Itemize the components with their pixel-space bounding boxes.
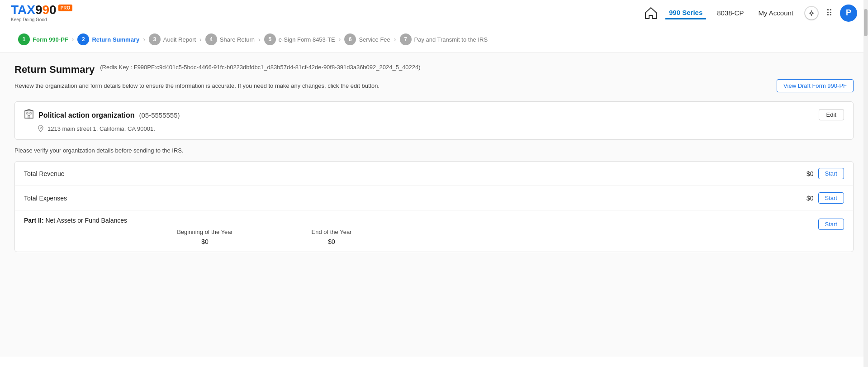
header: TAX990PRO Keep Doing Good 990 Series 803… <box>0 0 868 26</box>
arrow-5: › <box>339 36 341 43</box>
step-1[interactable]: 1 Form 990-PF <box>18 33 68 45</box>
steps-bar: 1 Form 990-PF › 2 Return Summary › 3 Aud… <box>0 26 868 53</box>
arrow-4: › <box>258 36 261 43</box>
end-col: End of the Year $0 <box>286 229 377 245</box>
total-expenses-right: $0 Start <box>800 192 844 204</box>
page-title: Return Summary <box>14 64 95 76</box>
svg-rect-8 <box>28 115 30 118</box>
nav-8038cp[interactable]: 8038-CP <box>713 7 747 19</box>
subtitle-text: Review the organization and form details… <box>14 82 379 89</box>
edit-org-button[interactable]: Edit <box>819 109 844 120</box>
step-1-label: Form 990-PF <box>33 36 68 43</box>
total-revenue-row: Total Revenue $0 Start <box>15 162 853 186</box>
toggle-knob <box>805 7 818 19</box>
logo-tagline: Keep Doing Good <box>11 17 72 22</box>
verify-text: Please verify your organization details … <box>14 147 854 154</box>
step-6-label: Service Fee <box>359 36 390 43</box>
step-3-circle: 3 <box>149 33 161 45</box>
main-content: Return Summary (Redis Key : F990PF:c9d40… <box>0 53 868 357</box>
step-3-label: Audit Report <box>163 36 196 43</box>
end-value: $0 <box>328 238 335 245</box>
org-address: 1213 main street 1, California, CA 90001… <box>47 125 155 132</box>
svg-rect-7 <box>30 113 31 114</box>
step-2-circle: 2 <box>77 33 89 45</box>
net-assets-label: Part II: Net Assets or Fund Balances <box>24 217 127 224</box>
building-icon <box>24 109 34 121</box>
step-5-label: e-Sign Form 8453-TE <box>279 36 335 43</box>
step-2[interactable]: 2 Return Summary <box>77 33 139 45</box>
step-4-circle: 4 <box>205 33 217 45</box>
redis-key: (Redis Key : F990PF:c9d401c5-5bdc-4466-9… <box>100 64 420 71</box>
nav-my-account[interactable]: My Account <box>754 7 797 19</box>
arrow-6: › <box>394 36 396 43</box>
step-2-label: Return Summary <box>92 36 139 43</box>
step-6[interactable]: 6 Service Fee <box>344 33 390 45</box>
theme-toggle[interactable] <box>804 6 819 20</box>
total-expenses-value: $0 <box>800 195 814 202</box>
logo-text: TAX990PRO <box>11 3 72 17</box>
pro-badge: PRO <box>58 5 73 11</box>
logo: TAX990PRO Keep Doing Good <box>11 4 72 22</box>
end-header: End of the Year <box>312 229 352 235</box>
page-title-row: Return Summary (Redis Key : F990PF:c9d40… <box>14 64 854 76</box>
net-assets-content: Part II: Net Assets or Fund Balances Beg… <box>24 217 811 245</box>
svg-rect-5 <box>25 111 33 118</box>
total-revenue-start-button[interactable]: Start <box>818 168 844 179</box>
svg-point-11 <box>40 127 42 129</box>
step-7-circle: 7 <box>400 33 412 45</box>
total-revenue-value: $0 <box>800 170 814 177</box>
subtitle-row: Review the organization and form details… <box>14 79 854 92</box>
org-info: Political action organization (05-555555… <box>24 109 819 132</box>
beginning-header: Beginning of the Year <box>177 229 233 235</box>
svg-rect-6 <box>27 113 28 114</box>
net-assets-row: Part II: Net Assets or Fund Balances Beg… <box>15 210 853 252</box>
location-icon <box>38 125 44 132</box>
step-5[interactable]: 5 e-Sign Form 8453-TE <box>264 33 335 45</box>
scrollbar[interactable] <box>863 0 868 357</box>
view-draft-button[interactable]: View Draft Form 990-PF <box>777 79 854 92</box>
total-expenses-row: Total Expenses $0 Start <box>15 186 853 210</box>
total-revenue-label: Total Revenue <box>24 170 65 177</box>
step-7[interactable]: 7 Pay and Transmit to the IRS <box>400 33 488 45</box>
net-assets-values: Beginning of the Year $0 End of the Year… <box>24 229 811 245</box>
step-4-label: Share Return <box>220 36 255 43</box>
grid-icon[interactable]: ⠿ <box>826 8 833 19</box>
total-expenses-label: Total Expenses <box>24 195 67 202</box>
step-4[interactable]: 4 Share Return <box>205 33 255 45</box>
beginning-col: Beginning of the Year $0 <box>160 229 250 245</box>
nav-990-series[interactable]: 990 Series <box>665 7 706 19</box>
step-3[interactable]: 3 Audit Report <box>149 33 196 45</box>
org-name: Political action organization <box>38 111 134 119</box>
step-1-circle: 1 <box>18 33 30 45</box>
arrow-3: › <box>199 36 202 43</box>
home-button[interactable] <box>644 6 658 20</box>
scrollbar-thumb <box>864 9 868 36</box>
total-revenue-right: $0 Start <box>800 168 844 179</box>
svg-point-4 <box>811 12 813 14</box>
nav-right: 990 Series 8038-CP My Account ⠿ P <box>644 5 857 22</box>
org-card: Political action organization (05-555555… <box>14 101 854 140</box>
net-assets-start-button[interactable]: Start <box>818 219 844 230</box>
arrow-1: › <box>72 36 74 43</box>
total-expenses-start-button[interactable]: Start <box>818 192 844 204</box>
org-ein: (05-5555555) <box>139 111 180 119</box>
financial-table: Total Revenue $0 Start Total Expenses $0… <box>14 161 854 252</box>
beginning-value: $0 <box>201 238 209 245</box>
org-address-row: 1213 main street 1, California, CA 90001… <box>38 125 819 132</box>
org-name-row: Political action organization (05-555555… <box>24 109 819 121</box>
user-avatar[interactable]: P <box>840 5 857 22</box>
net-assets-header: Part II: Net Assets or Fund Balances <box>24 217 811 224</box>
step-6-circle: 6 <box>344 33 356 45</box>
step-5-circle: 5 <box>264 33 276 45</box>
step-7-label: Pay and Transmit to the IRS <box>414 36 488 43</box>
arrow-2: › <box>143 36 145 43</box>
